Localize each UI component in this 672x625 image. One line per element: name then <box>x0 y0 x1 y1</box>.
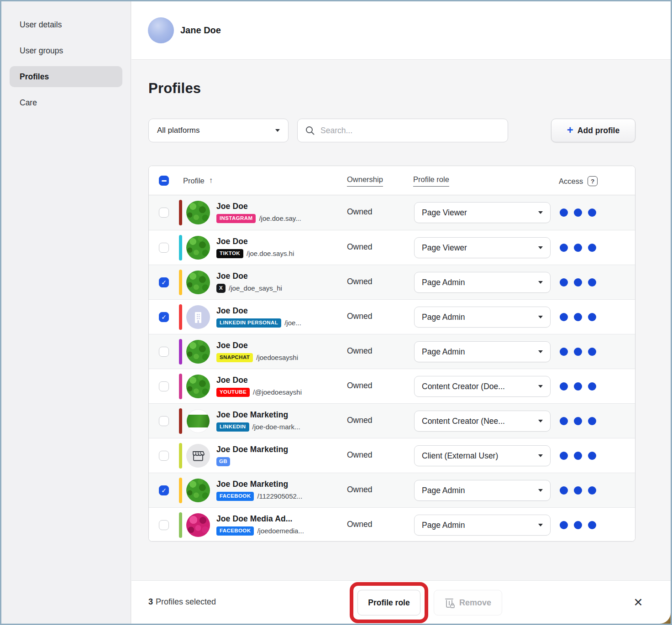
ownership-value: Owned <box>347 381 372 391</box>
column-access: Access ? <box>559 176 598 186</box>
profile-color-bar <box>179 270 182 295</box>
access-indicator <box>560 382 596 391</box>
profile-name: Joe Doe Media Ad... <box>216 514 293 523</box>
profile-role-dropdown[interactable]: Page Admin <box>414 341 551 362</box>
chevron-down-icon <box>538 211 543 214</box>
platform-filter-value: All platforms <box>157 126 200 135</box>
access-dot <box>588 521 596 529</box>
access-dot <box>588 278 596 286</box>
profile-name: Joe Doe Marketing <box>216 445 288 454</box>
column-ownership[interactable]: Ownership <box>347 175 383 187</box>
row-checkbox[interactable] <box>159 451 169 461</box>
selection-label: Profiles selected <box>156 597 216 606</box>
column-access-label: Access <box>559 177 583 186</box>
profile-handle: /joe-doe-mark... <box>252 423 300 431</box>
profile-role-dropdown[interactable]: Content Creator (Nee... <box>414 411 551 432</box>
row-checkbox[interactable] <box>159 381 169 391</box>
platform-filter-dropdown[interactable]: All platforms <box>148 119 289 142</box>
search-input[interactable] <box>320 126 500 135</box>
profile-color-bar <box>179 374 182 399</box>
sidebar-item-profiles[interactable]: Profiles <box>10 66 122 87</box>
table-row: Joe Doe SNAPCHAT /joedoesayshi Owned Pag… <box>149 334 635 369</box>
access-dot <box>574 486 582 495</box>
column-profile[interactable]: Profile ↑ <box>183 176 213 185</box>
profile-avatar <box>186 409 210 433</box>
profile-role-value: Page Admin <box>422 521 465 530</box>
help-icon[interactable]: ? <box>588 176 598 186</box>
sidebar-item-care[interactable]: Care <box>10 92 122 113</box>
access-dot <box>560 348 568 356</box>
chevron-down-icon <box>538 316 543 318</box>
chevron-down-icon <box>538 454 543 457</box>
table-row: Joe Doe LINKEDIN PERSONAL /joe... Owned … <box>149 299 635 334</box>
selection-action-bar: 3Profiles selected Profile role Remove ✕ <box>131 580 671 624</box>
profile-role-dropdown[interactable]: Page Admin <box>414 480 551 501</box>
profile-name: Joe Doe <box>216 202 248 211</box>
row-checkbox[interactable] <box>159 243 169 253</box>
profile-color-bar <box>179 443 182 469</box>
row-checkbox[interactable] <box>159 208 169 218</box>
access-dot <box>574 521 582 529</box>
profile-role-dropdown[interactable]: Page Admin <box>414 307 551 328</box>
row-checkbox[interactable] <box>159 520 169 530</box>
access-dot <box>574 244 582 252</box>
profile-role-value: Page Admin <box>422 347 465 357</box>
access-dot <box>574 313 582 321</box>
profile-color-bar <box>179 235 182 260</box>
profile-avatar <box>186 271 210 294</box>
row-checkbox[interactable] <box>159 347 169 357</box>
profile-role-dropdown[interactable]: Client (External User) <box>414 445 551 466</box>
access-dot <box>588 313 596 321</box>
profile-color-bar <box>179 200 182 225</box>
profile-role-dropdown[interactable]: Page Viewer <box>414 202 551 223</box>
profile-role-dropdown[interactable]: Page Admin <box>414 272 551 293</box>
profile-role-dropdown[interactable]: Page Viewer <box>414 237 551 258</box>
profile-role-button[interactable]: Profile role <box>357 590 420 615</box>
profiles-content: Profiles All platforms + Add profile <box>131 60 671 580</box>
profile-handle: /joe_doe_says_hi <box>229 284 282 292</box>
selection-count: 3 <box>148 597 153 606</box>
access-indicator <box>560 486 596 495</box>
remove-button[interactable]: Remove <box>434 590 502 615</box>
access-indicator <box>560 278 596 286</box>
row-checkbox[interactable] <box>159 416 169 426</box>
ownership-value: Owned <box>347 207 372 217</box>
chevron-down-icon <box>538 524 543 526</box>
chevron-down-icon <box>538 385 543 388</box>
access-indicator <box>560 313 596 321</box>
building-icon <box>193 311 204 323</box>
ownership-value: Owned <box>347 312 372 321</box>
table-row: Joe Doe INSTAGRAM /joe.doe.say... Owned … <box>149 195 635 230</box>
filter-row: All platforms + Add profile <box>148 119 635 142</box>
profile-avatar <box>186 375 210 398</box>
search-box[interactable] <box>297 119 508 142</box>
profile-avatar <box>186 479 210 502</box>
access-indicator <box>560 244 596 252</box>
profile-info: Joe Doe Marketing FACEBOOK /1122905052..… <box>216 479 302 501</box>
ownership-value: Owned <box>347 277 372 286</box>
profile-role-dropdown[interactable]: Content Creator (Doe... <box>414 376 551 397</box>
access-indicator <box>560 452 596 460</box>
profile-handle: /joe... <box>284 319 301 327</box>
sidebar-item-user-details[interactable]: User details <box>10 14 122 35</box>
profile-role-dropdown[interactable]: Page Admin <box>414 515 551 536</box>
sidebar-item-user-groups[interactable]: User groups <box>10 40 122 61</box>
close-icon[interactable]: ✕ <box>630 594 647 611</box>
row-checkbox[interactable] <box>159 312 169 322</box>
column-profile-role[interactable]: Profile role <box>413 175 449 187</box>
profile-name: Joe Doe <box>216 341 248 350</box>
profile-avatar <box>186 305 210 329</box>
row-checkbox[interactable] <box>159 277 169 287</box>
select-all-checkbox[interactable] <box>159 176 169 186</box>
add-profile-label: Add profile <box>578 126 620 135</box>
access-dot <box>560 278 568 286</box>
add-profile-button[interactable]: + Add profile <box>551 119 635 142</box>
platform-badge: FACEBOOK <box>216 492 254 501</box>
access-dot <box>560 313 568 321</box>
row-checkbox[interactable] <box>159 485 169 495</box>
profile-avatar <box>186 236 210 260</box>
access-dot <box>560 486 568 495</box>
platform-badge: LINKEDIN PERSONAL <box>216 318 281 328</box>
profile-info: Joe Doe LINKEDIN PERSONAL /joe... <box>216 306 301 328</box>
profile-handle: /joe.doe.say... <box>259 214 301 222</box>
